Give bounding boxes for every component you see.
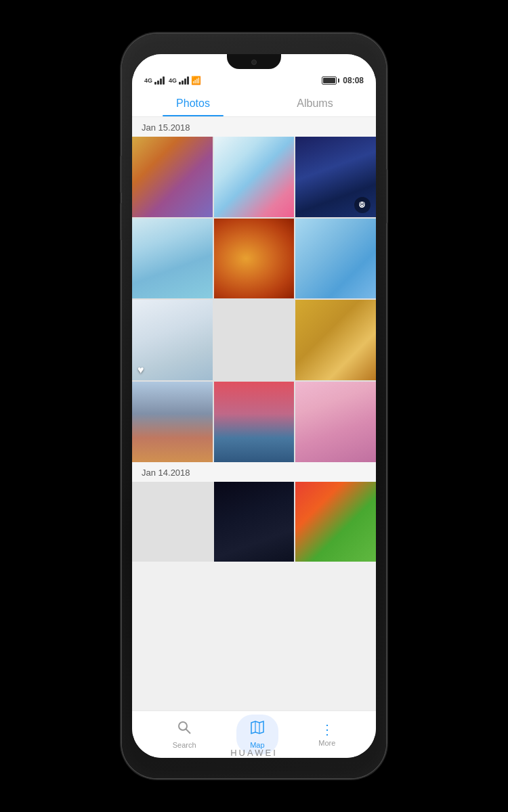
photo-scroll[interactable]: Jan 15.2018 (132, 117, 376, 710)
photo-cell[interactable] (295, 300, 376, 380)
photo-cell[interactable] (214, 137, 295, 217)
notch (227, 54, 281, 69)
brand-label: HUAWEI (230, 748, 278, 758)
svg-line-5 (186, 729, 191, 734)
photo-cell[interactable] (132, 382, 213, 462)
front-camera (251, 60, 257, 65)
photo-cell[interactable] (132, 482, 213, 562)
svg-marker-6 (251, 721, 263, 734)
time-display: 08:08 (343, 76, 364, 85)
signal-bars-2 (179, 76, 189, 85)
status-right: 08:08 (322, 76, 364, 85)
screen: 4G 4G 📶 (132, 54, 376, 758)
photo-cell[interactable] (295, 482, 376, 562)
svg-point-4 (179, 722, 187, 730)
status-left: 4G 4G 📶 (144, 76, 201, 85)
wifi-icon: 📶 (191, 76, 201, 85)
volume-up-button[interactable] (120, 156, 122, 193)
battery-icon (322, 76, 339, 85)
heart-badge (137, 364, 144, 376)
photo-cell[interactable] (214, 482, 295, 562)
tab-photos[interactable]: Photos (132, 89, 254, 116)
phone-frame: 4G 4G 📶 (122, 34, 386, 778)
nav-search[interactable]: Search (159, 715, 210, 754)
signal-bars-1 (154, 76, 165, 85)
photo-cell[interactable] (295, 382, 376, 462)
svg-rect-3 (361, 202, 363, 203)
tab-albums[interactable]: Albums (254, 89, 376, 116)
volume-down-button[interactable] (120, 203, 122, 240)
date-header-jan14: Jan 14.2018 (132, 462, 376, 482)
search-icon (177, 720, 192, 739)
nav-more[interactable]: ⋮ More (305, 717, 349, 752)
status-bar: 4G 4G 📶 (132, 54, 376, 89)
tabs-bar: Photos Albums (132, 89, 376, 117)
photo-cell[interactable] (214, 300, 295, 380)
camera-badge (354, 197, 371, 213)
photo-cell[interactable] (214, 382, 295, 462)
photo-cell[interactable] (295, 219, 376, 299)
signal-4g-2: 4G (169, 77, 177, 84)
photo-grid-jan14 (132, 482, 376, 562)
photo-cell[interactable] (132, 137, 213, 217)
search-label: Search (173, 741, 196, 749)
photo-cell[interactable] (214, 219, 295, 299)
photo-cell[interactable] (132, 219, 213, 299)
photo-cell[interactable] (132, 300, 213, 380)
map-icon (250, 720, 265, 739)
photo-cell[interactable] (295, 137, 376, 217)
more-icon: ⋮ (320, 722, 334, 737)
date-header-jan15: Jan 15.2018 (132, 117, 376, 137)
more-label: More (318, 739, 335, 747)
photo-grid-jan15 (132, 137, 376, 462)
signal-4g-1: 4G (144, 77, 152, 84)
